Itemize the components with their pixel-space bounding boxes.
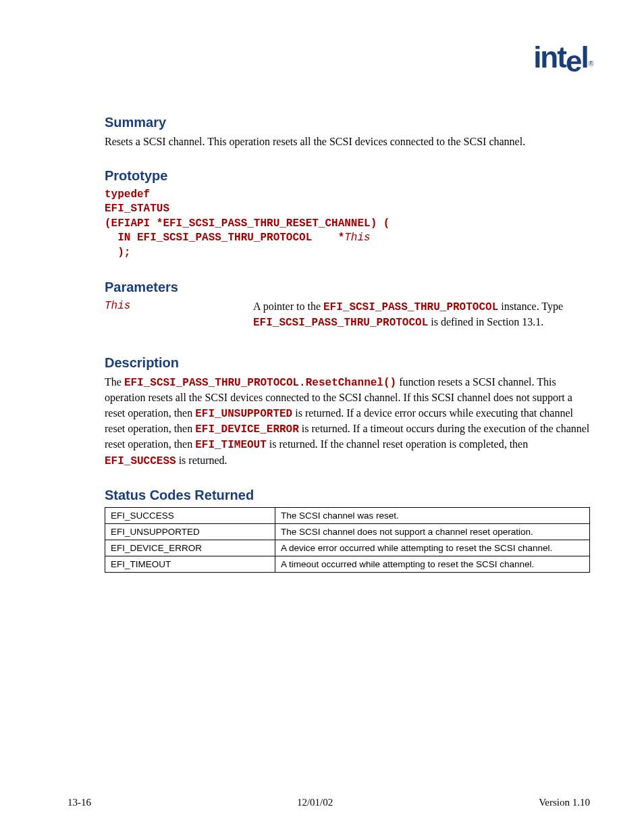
status-code: EFI_SUCCESS (105, 508, 275, 524)
table-row: EFI_TIMEOUT A timeout occurred while att… (105, 556, 590, 573)
description-text: The EFI_SCSI_PASS_THRU_PROTOCOL.ResetCha… (105, 375, 590, 469)
status-desc: The SCSI channel does not support a chan… (275, 524, 590, 540)
parameter-row: This A pointer to the EFI_SCSI_PASS_THRU… (105, 299, 590, 331)
status-desc: The SCSI channel was reset. (275, 508, 590, 524)
page-footer: 13-16 12/01/02 Version 1.10 (68, 797, 590, 808)
heading-summary: Summary (105, 115, 590, 130)
table-row: EFI_SUCCESS The SCSI channel was reset. (105, 508, 590, 524)
intel-logo: intel® (533, 41, 591, 74)
heading-status-codes: Status Codes Returned (105, 488, 590, 503)
status-desc: A device error occurred while attempting… (275, 540, 590, 556)
footer-date: 12/01/02 (297, 797, 333, 808)
param-description: A pointer to the EFI_SCSI_PASS_THRU_PROT… (253, 299, 590, 331)
status-code: EFI_DEVICE_ERROR (105, 540, 275, 556)
status-desc: A timeout occurred while attempting to r… (275, 556, 590, 573)
status-code: EFI_TIMEOUT (105, 556, 275, 573)
heading-prototype: Prototype (105, 168, 590, 184)
heading-description: Description (105, 355, 590, 371)
summary-text: Resets a SCSI channel. This operation re… (105, 134, 590, 149)
table-row: EFI_UNSUPPORTED The SCSI channel does no… (105, 524, 590, 540)
status-code: EFI_UNSUPPORTED (105, 524, 275, 540)
heading-parameters: Parameters (105, 280, 590, 295)
param-name: This (105, 299, 253, 331)
table-row: EFI_DEVICE_ERROR A device error occurred… (105, 540, 590, 556)
status-codes-table: EFI_SUCCESS The SCSI channel was reset. … (105, 507, 590, 573)
prototype-code: typedef EFI_STATUS (EFIAPI *EFI_SCSI_PAS… (105, 188, 590, 261)
footer-page-number: 13-16 (68, 797, 91, 808)
footer-version: Version 1.10 (539, 797, 590, 808)
